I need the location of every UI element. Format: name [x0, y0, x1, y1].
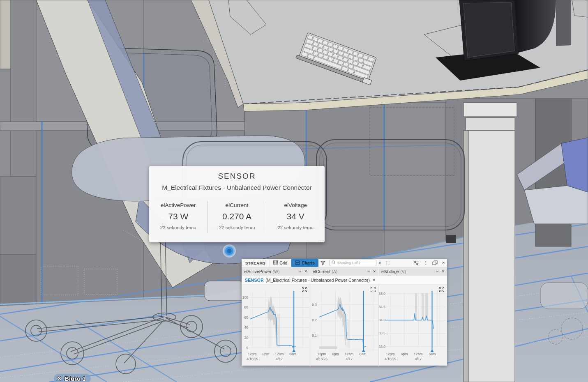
svg-text:6am: 6am [360, 352, 367, 356]
svg-text:6am: 6am [289, 352, 296, 356]
metric-value: 34 V [266, 212, 325, 221]
sensor-tooltip-subtitle: M_Electrical Fixtures - Unbalanced Power… [149, 184, 325, 191]
expand-chart-icon[interactable] [439, 287, 445, 292]
desk-leg[interactable] [463, 103, 517, 382]
sensor-marker[interactable] [223, 244, 236, 258]
chart-column-headers: elActivePower (W) ≈ ✕ elCurrent (A) ≈ ✕ … [242, 267, 447, 276]
expand-chart-icon[interactable] [302, 287, 307, 292]
svg-text:35.0: 35.0 [379, 292, 385, 296]
metric-timestamp: 22 sekundy temu [208, 225, 266, 230]
svg-text:6am: 6am [429, 352, 436, 356]
stream-description: (M_Electrical Fixtures - Unbalanced Powe… [265, 278, 370, 283]
svg-text:34.5: 34.5 [379, 305, 385, 309]
more-options-icon[interactable]: ⋮ [421, 259, 430, 267]
svg-text:0.1: 0.1 [312, 334, 317, 338]
smoothing-icon[interactable]: ≈ [367, 269, 370, 274]
stream-name: SENSOR [245, 278, 264, 283]
remove-column-icon[interactable]: ✕ [441, 269, 445, 274]
svg-text:4/17: 4/17 [346, 357, 353, 361]
column-elactivepower[interactable]: elActivePower (W) ≈ ✕ [242, 267, 310, 276]
smoothing-icon[interactable]: ≈ [299, 269, 302, 274]
search-icon [332, 260, 336, 265]
svg-text:6pm: 6pm [332, 352, 339, 356]
metric-timestamp: 22 sekundy temu [266, 225, 325, 230]
floor-object [446, 235, 456, 243]
column-elcurrent[interactable]: elCurrent (A) ≈ ✕ [310, 267, 379, 276]
svg-text:34.0: 34.0 [379, 318, 385, 322]
svg-text:4/16/25: 4/16/25 [247, 357, 258, 361]
remove-column-icon[interactable]: ✕ [304, 269, 307, 274]
svg-text:12pm: 12pm [386, 352, 394, 356]
stream-row[interactable]: SENSOR (M_Electrical Fixtures - Unbalanc… [242, 276, 447, 285]
tab-grid-label: Grid [279, 261, 287, 265]
svg-text:12pm: 12pm [317, 352, 326, 356]
remove-stream-icon[interactable]: ✕ [372, 278, 376, 282]
room-label-text: Biuro 1 [65, 375, 86, 382]
column-unit: (A) [332, 269, 337, 274]
svg-text:33.5: 33.5 [379, 331, 385, 335]
expand-chart-icon[interactable] [370, 287, 376, 292]
svg-text:60: 60 [244, 315, 249, 320]
chart-elcurrent[interactable]: 0.10.20.312pm4/16/256pm12am4/176am [310, 285, 379, 366]
chart-elactivepower[interactable]: 02040608010012pm4/16/256pm12am4/176am [242, 285, 310, 366]
chart-elvoltage[interactable]: 33.033.534.034.535.012pm4/16/256pm12am4/… [379, 285, 447, 366]
popout-icon[interactable] [430, 259, 440, 267]
svg-text:4/17: 4/17 [415, 357, 422, 361]
column-unit: (V) [400, 269, 406, 274]
column-elvoltage[interactable]: elVoltage (V) ≈ ✕ [379, 267, 447, 276]
column-label: elActivePower [244, 269, 272, 274]
svg-text:12pm: 12pm [248, 352, 256, 356]
metric-elcurrent: elCurrent 0.270 A 22 sekundy temu [208, 201, 266, 233]
svg-text:6pm: 6pm [401, 352, 408, 356]
svg-text:12am: 12am [345, 352, 353, 356]
resize-handle[interactable]: … [318, 237, 323, 242]
svg-text:100: 100 [242, 295, 248, 299]
sensor-tooltip: SENSOR M_Electrical Fixtures - Unbalance… [149, 166, 325, 242]
svg-text:0.3: 0.3 [312, 303, 317, 307]
search-input[interactable]: Showing 1 of 2 [330, 260, 376, 266]
svg-text:40: 40 [244, 325, 249, 329]
svg-text:6pm: 6pm [263, 352, 270, 356]
column-unit: (W) [273, 269, 280, 274]
chart-icon [295, 260, 300, 266]
tab-charts-label: Charts [302, 261, 315, 265]
metric-elactivepower: elActivePower 73 W 22 sekundy temu [149, 201, 208, 233]
panel-title: STREAMS [242, 261, 269, 265]
settings-sliders-icon[interactable] [411, 259, 421, 267]
sort-icon [383, 259, 393, 267]
tab-charts[interactable]: Charts [291, 259, 318, 267]
sensor-metrics: elActivePower 73 W 22 sekundy temu elCur… [149, 201, 325, 233]
room-label[interactable]: ✕ Biuro 1 [54, 374, 91, 382]
metric-label: elCurrent [208, 202, 266, 208]
close-icon[interactable]: ✕ [57, 375, 62, 382]
svg-text:33.0: 33.0 [379, 345, 385, 349]
svg-text:4/16/25: 4/16/25 [316, 357, 328, 361]
grid-icon [273, 260, 278, 265]
metric-elvoltage: elVoltage 34 V 22 sekundy temu [266, 201, 325, 233]
streams-panel: STREAMS Grid Charts Showing 1 of 2 ✕ [242, 259, 447, 366]
svg-text:4/16/25: 4/16/25 [385, 357, 397, 361]
charts-row: 02040608010012pm4/16/256pm12am4/176am 0.… [242, 285, 447, 366]
svg-text:0: 0 [246, 346, 248, 350]
panel-header: STREAMS Grid Charts Showing 1 of 2 ✕ [242, 259, 447, 267]
metric-value: 0.270 A [208, 212, 266, 221]
column-label: elVoltage [381, 269, 399, 274]
metric-label: elActivePower [149, 202, 208, 208]
svg-text:12am: 12am [414, 352, 422, 356]
smoothing-icon[interactable]: ≈ [436, 269, 439, 274]
tab-grid[interactable]: Grid [269, 259, 291, 267]
svg-text:20: 20 [244, 336, 249, 340]
close-panel-icon[interactable]: ✕ [440, 259, 447, 267]
svg-text:80: 80 [244, 305, 249, 309]
clear-search-icon[interactable]: ✕ [376, 259, 384, 267]
remove-column-icon[interactable]: ✕ [373, 269, 376, 274]
search-value: Showing 1 of 2 [337, 261, 360, 265]
app-window: SENSOR M_Electrical Fixtures - Unbalance… [0, 0, 588, 382]
svg-text:4/17: 4/17 [276, 357, 283, 361]
metric-value: 73 W [149, 212, 208, 221]
sensor-tooltip-title: SENSOR [149, 172, 325, 181]
metric-timestamp: 22 sekundy temu [149, 225, 208, 230]
metric-label: elVoltage [266, 202, 325, 208]
filter-icon[interactable] [318, 259, 327, 267]
svg-text:0.2: 0.2 [312, 318, 317, 322]
